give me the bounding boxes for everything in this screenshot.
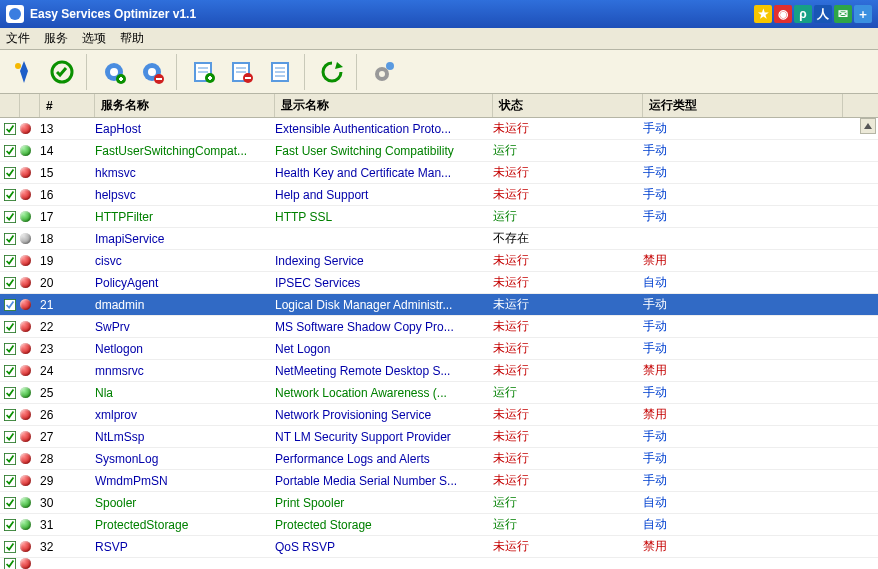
row-checkbox[interactable] <box>0 144 16 158</box>
svg-marker-24 <box>335 62 343 69</box>
settings-button[interactable] <box>366 54 402 90</box>
gear-red-button[interactable] <box>134 54 170 90</box>
col-display-name[interactable]: 显示名称 <box>275 94 493 117</box>
refresh-button[interactable] <box>314 54 350 90</box>
menu-option[interactable]: 选项 <box>82 30 106 47</box>
row-checkbox[interactable] <box>0 452 16 466</box>
menu-file[interactable]: 文件 <box>6 30 30 47</box>
svg-marker-49 <box>864 123 872 129</box>
status-dot-icon <box>16 299 34 310</box>
row-checkbox[interactable] <box>0 496 16 510</box>
menu-service[interactable]: 服务 <box>44 30 68 47</box>
list-button[interactable] <box>262 54 298 90</box>
table-row[interactable] <box>0 558 878 569</box>
service-name: Nla <box>89 386 269 400</box>
table-row[interactable]: 15hkmsvcHealth Key and Certificate Man..… <box>0 162 878 184</box>
table-row[interactable]: 19cisvcIndexing Service未运行禁用 <box>0 250 878 272</box>
restore-button[interactable] <box>44 54 80 90</box>
start-type-text: 禁用 <box>637 362 837 379</box>
table-row[interactable]: 31ProtectedStorageProtected Storage运行自动 <box>0 514 878 536</box>
status-dot-icon <box>16 233 34 244</box>
row-checkbox[interactable] <box>0 557 16 570</box>
display-name: Protected Storage <box>269 518 487 532</box>
status-dot-icon <box>16 255 34 266</box>
status-dot-icon <box>16 167 34 178</box>
row-checkbox[interactable] <box>0 540 16 554</box>
row-checkbox[interactable] <box>0 518 16 532</box>
menu-help[interactable]: 帮助 <box>120 30 144 47</box>
start-type-text: 手动 <box>637 384 837 401</box>
tray-person-icon[interactable]: 人 <box>814 5 832 23</box>
row-number: 20 <box>34 276 89 290</box>
display-name: NT LM Security Support Provider <box>269 430 487 444</box>
tray-weibo-icon[interactable]: ◉ <box>774 5 792 23</box>
col-start-type[interactable]: 运行类型 <box>643 94 843 117</box>
table-row[interactable]: 29WmdmPmSNPortable Media Serial Number S… <box>0 470 878 492</box>
table-row[interactable]: 14FastUserSwitchingCompat...Fast User Sw… <box>0 140 878 162</box>
svg-rect-10 <box>156 78 162 80</box>
start-type-text: 手动 <box>637 296 837 313</box>
display-name: Network Provisioning Service <box>269 408 487 422</box>
scroll-up-button[interactable] <box>860 118 876 134</box>
status-text: 未运行 <box>487 340 637 357</box>
start-type-text: 手动 <box>637 450 837 467</box>
row-checkbox[interactable] <box>0 342 16 356</box>
tray-p-icon[interactable]: ρ <box>794 5 812 23</box>
row-checkbox[interactable] <box>0 386 16 400</box>
row-checkbox[interactable] <box>0 320 16 334</box>
display-name: Logical Disk Manager Administr... <box>269 298 487 312</box>
row-checkbox[interactable] <box>0 408 16 422</box>
display-name: Network Location Awareness (... <box>269 386 487 400</box>
start-type-text: 手动 <box>637 120 837 137</box>
tray-star-icon[interactable]: ★ <box>754 5 772 23</box>
row-checkbox[interactable] <box>0 188 16 202</box>
row-checkbox[interactable] <box>0 254 16 268</box>
table-row[interactable]: 17HTTPFilterHTTP SSL运行手动 <box>0 206 878 228</box>
row-checkbox[interactable] <box>0 364 16 378</box>
status-text: 未运行 <box>487 538 637 555</box>
row-checkbox[interactable] <box>0 276 16 290</box>
status-dot-icon <box>16 211 34 222</box>
col-status-dot[interactable] <box>20 94 40 117</box>
start-type-text: 手动 <box>637 142 837 159</box>
table-row[interactable]: 25NlaNetwork Location Awareness (...运行手动 <box>0 382 878 404</box>
service-name: mnmsrvc <box>89 364 269 378</box>
table-row[interactable]: 28SysmonLogPerformance Logs and Alerts未运… <box>0 448 878 470</box>
table-row[interactable]: 22SwPrvMS Software Shadow Copy Pro...未运行… <box>0 316 878 338</box>
table-row[interactable]: 24mnmsrvcNetMeeting Remote Desktop S...未… <box>0 360 878 382</box>
row-checkbox[interactable] <box>0 232 16 246</box>
table-row[interactable]: 20PolicyAgentIPSEC Services未运行自动 <box>0 272 878 294</box>
table-body: 13EapHostExtensible Authentication Proto… <box>0 118 878 569</box>
col-service-name[interactable]: 服务名称 <box>95 94 275 117</box>
optimize-button[interactable] <box>6 54 42 90</box>
row-number: 24 <box>34 364 89 378</box>
status-text: 运行 <box>487 142 637 159</box>
table-row[interactable]: 32RSVPQoS RSVP未运行禁用 <box>0 536 878 558</box>
row-checkbox[interactable] <box>0 474 16 488</box>
col-status[interactable]: 状态 <box>493 94 643 117</box>
table-row[interactable]: 13EapHostExtensible Authentication Proto… <box>0 118 878 140</box>
col-number[interactable]: # <box>40 94 95 117</box>
table-row[interactable]: 23NetlogonNet Logon未运行手动 <box>0 338 878 360</box>
row-checkbox[interactable] <box>0 166 16 180</box>
row-checkbox[interactable] <box>0 210 16 224</box>
row-checkbox[interactable] <box>0 122 16 136</box>
row-checkbox[interactable] <box>0 430 16 444</box>
gear-blue-button[interactable] <box>96 54 132 90</box>
display-name: MS Software Shadow Copy Pro... <box>269 320 487 334</box>
table-row[interactable]: 16helpsvcHelp and Support未运行手动 <box>0 184 878 206</box>
table-row[interactable]: 27NtLmSspNT LM Security Support Provider… <box>0 426 878 448</box>
table-row[interactable]: 18ImapiService不存在 <box>0 228 878 250</box>
table-row[interactable]: 26xmlprovNetwork Provisioning Service未运行… <box>0 404 878 426</box>
row-checkbox[interactable] <box>0 298 16 312</box>
app-icon <box>6 5 24 23</box>
list-add-button[interactable] <box>186 54 222 90</box>
row-number: 16 <box>34 188 89 202</box>
status-text: 未运行 <box>487 186 637 203</box>
tray-wechat-icon[interactable]: ✉ <box>834 5 852 23</box>
tray-plus-icon[interactable]: ＋ <box>854 5 872 23</box>
table-row[interactable]: 21dmadminLogical Disk Manager Administr.… <box>0 294 878 316</box>
list-remove-button[interactable] <box>224 54 260 90</box>
col-checkbox[interactable] <box>0 94 20 117</box>
table-row[interactable]: 30SpoolerPrint Spooler运行自动 <box>0 492 878 514</box>
